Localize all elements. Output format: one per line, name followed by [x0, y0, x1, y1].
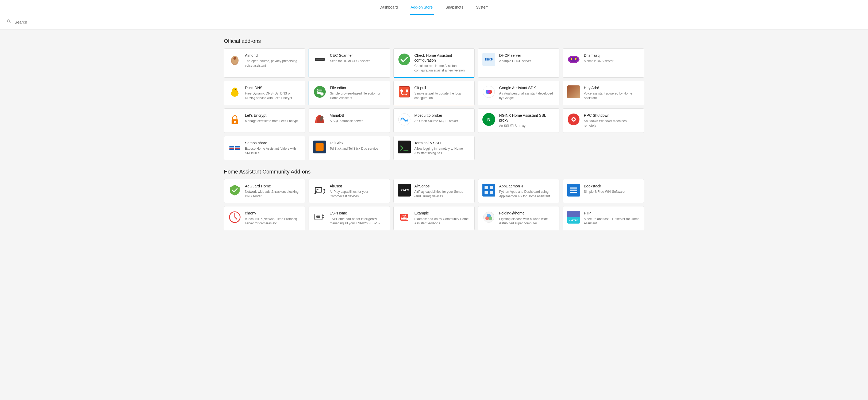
addon-icon-lets-encrypt: [228, 113, 241, 126]
addon-icon-chrony: [228, 211, 241, 224]
addon-name-airsonos: AirSonos: [414, 184, 470, 189]
addon-desc-example: Example add-on by Community Home Assista…: [414, 217, 470, 226]
search-input[interactable]: [14, 20, 862, 24]
menu-icon[interactable]: ⋮: [858, 4, 864, 11]
addon-desc-chrony: A local NTP (Network Time Protocol) serv…: [245, 217, 301, 226]
svg-point-9: [575, 58, 577, 60]
addon-card-appdaemon[interactable]: AppDaemon 4Python Apps and Dashboard usi…: [478, 179, 559, 203]
addon-card-airsonos[interactable]: SONOSAirSonosAirPlay capabilities for yo…: [393, 179, 475, 203]
addon-card-cec-scanner[interactable]: CEC ScannerScan for HDMI CEC devices: [309, 49, 390, 78]
addon-name-adguard: AdGuard Home: [245, 184, 301, 189]
svg-rect-34: [229, 148, 234, 149]
addon-icon-file-editor: [313, 85, 326, 98]
svg-point-58: [487, 213, 491, 218]
addon-desc-bookstack: Simple & Free Wiki Software: [584, 190, 640, 194]
addon-icon-cec-scanner: [313, 53, 326, 66]
addon-desc-terminal-ssh: Allow logging in remotely to Home Assist…: [414, 146, 470, 155]
addon-name-git-pull: Git pull: [414, 85, 470, 90]
addon-name-appdaemon: AppDaemon 4: [499, 184, 555, 189]
svg-rect-45: [490, 191, 493, 194]
addon-card-nginx[interactable]: NNGINX Home Assistant SSL proxyAn SSL/TL…: [478, 109, 559, 133]
addon-name-samba: Samba share: [245, 141, 301, 145]
addon-icon-aircast: [313, 184, 326, 197]
svg-rect-35: [235, 146, 240, 150]
addon-card-check-ha[interactable]: Check Home Assistant configurationCheck …: [393, 49, 475, 78]
addon-name-mosquitto: Mosquitto broker: [414, 113, 470, 118]
addon-info-appdaemon: AppDaemon 4Python Apps and Dashboard usi…: [499, 184, 555, 199]
tab-dashboard[interactable]: Dashboard: [378, 0, 399, 15]
addon-card-esphome[interactable]: ESPHomeESPHome add-on for intelligently …: [309, 206, 390, 230]
svg-point-2: [234, 57, 236, 60]
addon-card-file-editor[interactable]: File editorSimple browser-based file edi…: [309, 81, 390, 105]
addon-icon-mariadb: [313, 113, 326, 126]
addon-name-ftp: FTP: [584, 211, 640, 216]
addon-card-bookstack[interactable]: BookstackSimple & Free Wiki Software: [563, 179, 644, 203]
addon-card-chrony[interactable]: chronyA local NTP (Network Time Protocol…: [224, 206, 305, 230]
svg-rect-24: [234, 121, 236, 123]
addon-name-rpc-shutdown: RPC Shutdown: [584, 113, 640, 118]
addon-card-lets-encrypt[interactable]: Let's EncryptManage certificate from Let…: [224, 109, 305, 133]
tab-addon-store[interactable]: Add-on Store: [410, 0, 434, 15]
addon-card-folding[interactable]: Folding@homeFighting disease with a worl…: [478, 206, 559, 230]
addon-desc-adguard: Network-wide ads & trackers blocking DNS…: [245, 190, 301, 199]
addon-card-adguard[interactable]: AdGuard HomeNetwork-wide ads & trackers …: [224, 179, 305, 203]
addon-info-folding: Folding@homeFighting disease with a worl…: [499, 211, 555, 226]
addon-card-mosquitto[interactable]: Mosquitto brokerAn Open Source MQTT brok…: [393, 109, 475, 133]
addon-info-file-editor: File editorSimple browser-based file edi…: [330, 85, 385, 101]
tab-snapshots[interactable]: Snapshots: [444, 0, 464, 15]
addon-info-mosquitto: Mosquitto brokerAn Open Source MQTT brok…: [414, 113, 470, 123]
addon-card-git-pull[interactable]: Git pullSimple git pull to update the lo…: [393, 81, 475, 105]
addon-desc-appdaemon: Python Apps and Dashboard using AppDaemo…: [499, 190, 555, 199]
addon-icon-nginx: N: [483, 113, 495, 126]
svg-rect-54: [316, 216, 320, 218]
addon-name-chrony: chrony: [245, 211, 301, 216]
addon-icon-duck-dns: [228, 85, 241, 98]
addon-card-mariadb[interactable]: MariaDBA SQL database server: [309, 109, 390, 133]
svg-rect-4: [316, 59, 323, 60]
addon-info-esphome: ESPHomeESPHome add-on for intelligently …: [330, 211, 385, 226]
addon-card-hey-ada[interactable]: Hey Ada!Voice assistant powered by Home …: [563, 81, 644, 105]
addon-card-rpc-shutdown[interactable]: RPC ShutdownShutdown Windows machines re…: [563, 109, 644, 133]
addon-icon-almond: [228, 53, 241, 66]
addon-desc-rpc-shutdown: Shutdown Windows machines remotely: [584, 119, 640, 128]
addon-name-folding: Folding@home: [499, 211, 555, 216]
addon-card-example[interactable]: justanotherexampleExampleExample add-on …: [393, 206, 475, 230]
addon-info-mariadb: MariaDBA SQL database server: [330, 113, 385, 123]
svg-point-11: [232, 88, 238, 93]
addon-icon-check-ha: [398, 53, 411, 66]
addon-card-tellstick[interactable]: TellStickTellStick and TellStick Duo ser…: [309, 136, 390, 160]
addon-card-google-assistant[interactable]: Google Assistant SDKA virtual personal a…: [478, 81, 559, 105]
addon-card-almond[interactable]: AlmondThe open-source, privacy-preservin…: [224, 49, 305, 78]
addon-desc-esphome: ESPHome add-on for intelligently managin…: [330, 217, 385, 226]
addon-icon-samba: [228, 141, 241, 153]
addon-icon-hey-ada: [567, 85, 580, 98]
addon-name-almond: Almond: [245, 53, 301, 58]
addon-card-duck-dns[interactable]: Duck DNSFree Dynamic DNS (DynDNS or DDNS…: [224, 81, 305, 105]
addon-info-cec-scanner: CEC ScannerScan for HDMI CEC devices: [330, 53, 385, 63]
addon-icon-google-assistant: [483, 85, 495, 98]
tab-system[interactable]: System: [475, 0, 490, 15]
addon-info-airsonos: AirSonosAirPlay capabilities for your So…: [414, 184, 470, 199]
addon-card-dhcp-server[interactable]: DHCPDHCP serverA simple DHCP server: [478, 49, 559, 78]
addon-icon-example: justanotherexample: [398, 211, 411, 224]
addon-name-nginx: NGINX Home Assistant SSL proxy: [499, 113, 555, 123]
addon-desc-nginx: An SSL/TLS proxy: [499, 124, 555, 128]
addon-icon-dhcp-server: DHCP: [483, 53, 495, 66]
addon-info-bookstack: BookstackSimple & Free Wiki Software: [584, 184, 640, 194]
svg-rect-38: [398, 141, 411, 153]
addon-icon-esphome: [313, 211, 326, 224]
addon-info-nginx: NGINX Home Assistant SSL proxyAn SSL/TLS…: [499, 113, 555, 128]
addon-card-samba[interactable]: Samba shareExpose Home Assistant folders…: [224, 136, 305, 160]
addon-name-google-assistant: Google Assistant SDK: [499, 85, 555, 90]
svg-point-8: [571, 58, 572, 60]
addon-card-ftp[interactable]: vsFTPDFTPA secure and fast FTP server fo…: [563, 206, 644, 230]
addon-card-aircast[interactable]: AirCastAirPlay capabilities for your Chr…: [309, 179, 390, 203]
addon-icon-appdaemon: [483, 184, 495, 197]
addon-icon-terminal-ssh: [398, 141, 411, 153]
svg-point-18: [406, 89, 408, 92]
addon-card-terminal-ssh[interactable]: Terminal & SSHAllow logging in remotely …: [393, 136, 475, 160]
addon-icon-git-pull: [398, 85, 411, 98]
addon-card-dnsmasq[interactable]: DnsmasqA simple DNS server: [563, 49, 644, 78]
addon-info-git-pull: Git pullSimple git pull to update the lo…: [414, 85, 470, 101]
addon-desc-ftp: A secure and fast FTP server for Home As…: [584, 217, 640, 226]
